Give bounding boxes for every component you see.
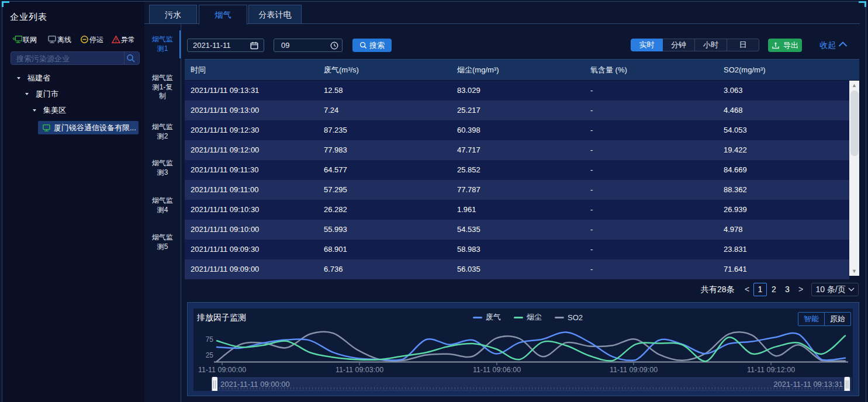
svg-text:2021-11-11 09:00:00: 2021-11-11 09:00:00: [220, 380, 290, 389]
svg-text:11-11 09:00:00: 11-11 09:00:00: [198, 366, 246, 374]
svg-text:11-11 09:12:00: 11-11 09:12:00: [747, 366, 795, 374]
svg-text:11-11 09:06:00: 11-11 09:06:00: [473, 366, 521, 374]
svg-text:25: 25: [206, 351, 214, 359]
svg-text:11-11 09:03:00: 11-11 09:03:00: [336, 366, 383, 374]
svg-text:75: 75: [206, 335, 214, 344]
svg-text:2021-11-11 09:13:31: 2021-11-11 09:13:31: [773, 380, 843, 389]
svg-text:11-11 09:09:00: 11-11 09:09:00: [610, 366, 658, 374]
